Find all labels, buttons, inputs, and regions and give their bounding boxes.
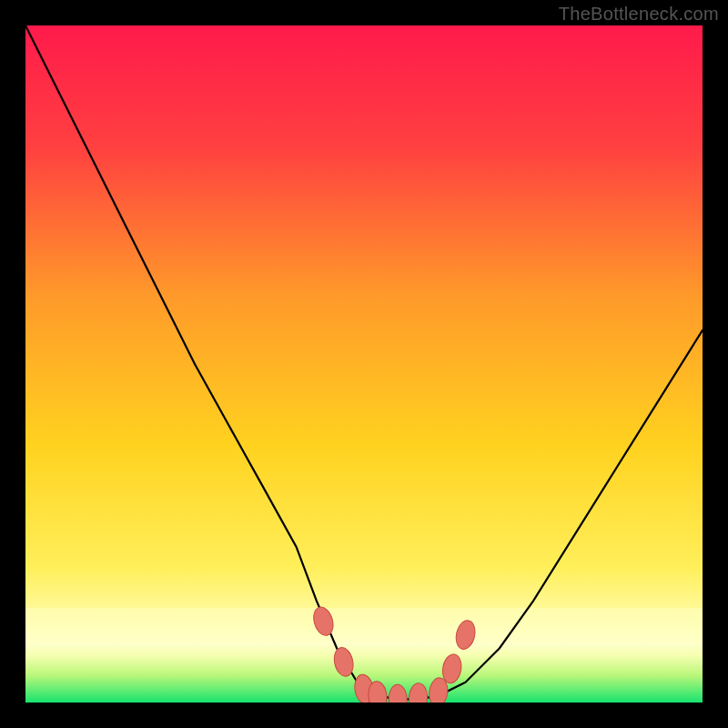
chart-svg — [25, 25, 703, 703]
highlight-band — [25, 608, 703, 642]
chart-frame: TheBottleneck.com — [0, 0, 728, 728]
gradient-background — [25, 25, 703, 703]
watermark-text: TheBottleneck.com — [559, 4, 719, 25]
plot-area — [25, 25, 703, 703]
